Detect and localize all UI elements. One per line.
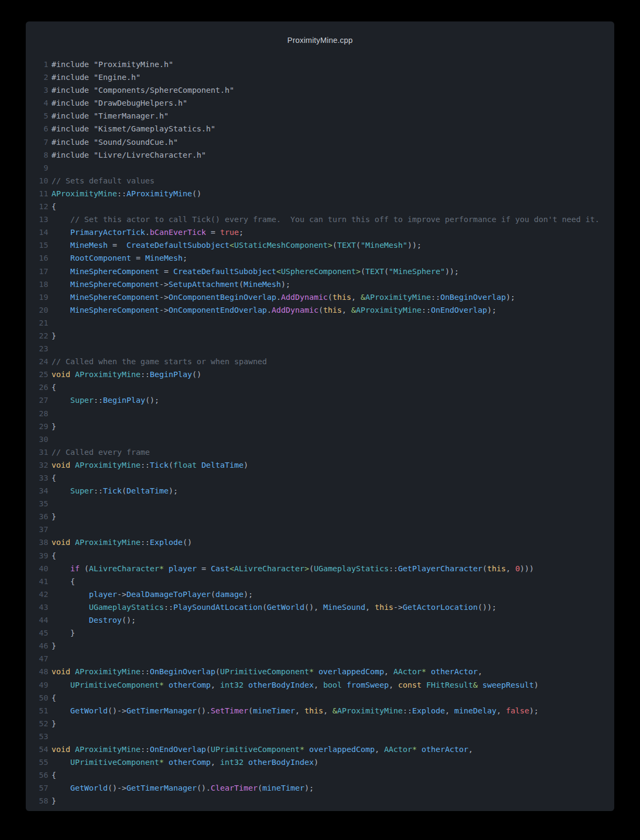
line-number: 6	[26, 122, 48, 135]
code-text: void AProximityMine::OnBeginOverlap(UPri…	[48, 665, 482, 678]
code-line: 9	[26, 161, 614, 174]
code-text: AProximityMine::AProximityMine()	[48, 187, 201, 200]
code-text: #include "Engine.h"	[48, 71, 141, 84]
code-line: 14 PrimaryActorTick.bCanEverTick = true;	[26, 226, 614, 239]
line-number: 52	[26, 717, 48, 730]
code-line: 38void AProximityMine::Explode()	[26, 536, 614, 549]
code-text	[48, 652, 56, 665]
code-line: 20 MineSphereComponent->OnComponentEndOv…	[26, 304, 614, 316]
code-line: 50{	[26, 691, 614, 704]
code-text: Destroy();	[48, 614, 136, 627]
line-number: 29	[26, 420, 48, 433]
code-text: MineSphereComponent->OnComponentEndOverl…	[48, 304, 496, 316]
code-text: // Sets default values	[48, 174, 155, 187]
code-line: 43 UGameplayStatics::PlaySoundAtLocation…	[26, 601, 614, 614]
code-line: 27 Super::BeginPlay();	[26, 394, 614, 407]
code-text: #include "TimerManager.h"	[48, 109, 168, 122]
line-number: 23	[26, 342, 48, 355]
code-text: GetWorld()->GetTimerManager().SetTimer(m…	[48, 704, 539, 717]
line-number: 54	[26, 743, 48, 756]
line-number: 26	[26, 381, 48, 394]
code-line: 4#include "DrawDebugHelpers.h"	[26, 97, 614, 109]
code-text: {	[48, 549, 56, 562]
code-text	[48, 342, 56, 355]
line-number: 17	[26, 265, 48, 278]
line-number: 19	[26, 291, 48, 304]
line-number: 57	[26, 782, 48, 794]
code-line: 41 {	[26, 575, 614, 588]
line-number: 30	[26, 433, 48, 446]
code-line: 42 player->DealDamageToPlayer(damage);	[26, 588, 614, 601]
code-text: #include "Sound/SoundCue.h"	[48, 136, 178, 149]
line-number: 55	[26, 756, 48, 769]
code-text: }	[48, 627, 75, 639]
line-number: 48	[26, 665, 48, 678]
code-line: 10// Sets default values	[26, 174, 614, 187]
code-text: }	[48, 510, 56, 523]
code-text: // Called every frame	[48, 446, 150, 459]
file-title: ProximityMine.cpp	[26, 21, 614, 45]
line-number: 42	[26, 588, 48, 601]
line-number: 37	[26, 523, 48, 536]
code-line: 45 }	[26, 627, 614, 639]
code-line: 35	[26, 497, 614, 510]
line-number: 9	[26, 161, 48, 174]
code-line: 49 UPrimitiveComponent* otherComp, int32…	[26, 679, 614, 691]
line-number: 51	[26, 704, 48, 717]
code-line: 25void AProximityMine::BeginPlay()	[26, 368, 614, 381]
line-number: 24	[26, 355, 48, 368]
line-number: 36	[26, 510, 48, 523]
line-number: 2	[26, 71, 48, 84]
code-text: UGameplayStatics::PlaySoundAtLocation(Ge…	[48, 601, 496, 614]
line-number: 20	[26, 304, 48, 316]
line-number: 22	[26, 329, 48, 342]
code-text: MineMesh = CreateDefaultSubobject<UStati…	[48, 239, 422, 252]
code-text: UPrimitiveComponent* otherComp, int32 ot…	[48, 679, 539, 691]
code-line: 24// Called when the game starts or when…	[26, 355, 614, 368]
code-line: 13 // Set this actor to call Tick() ever…	[26, 213, 614, 226]
code-line: 58}	[26, 794, 614, 807]
code-line: 40 if (ALivreCharacter* player = Cast<AL…	[26, 562, 614, 575]
code-text	[48, 523, 56, 536]
code-line: 47	[26, 652, 614, 665]
line-number: 39	[26, 549, 48, 562]
code-line: 34 Super::Tick(DeltaTime);	[26, 484, 614, 497]
code-text: void AProximityMine::BeginPlay()	[48, 368, 201, 381]
code-text: }	[48, 329, 56, 342]
code-line: 28	[26, 407, 614, 420]
code-text: // Set this actor to call Tick() every f…	[48, 213, 599, 226]
code-line: 32void AProximityMine::Tick(float DeltaT…	[26, 459, 614, 471]
code-text	[48, 433, 56, 446]
line-number: 46	[26, 639, 48, 652]
code-text: GetWorld()->GetTimerManager().ClearTimer…	[48, 782, 314, 794]
line-number: 34	[26, 484, 48, 497]
code-text: }	[48, 794, 56, 807]
code-line: 52}	[26, 717, 614, 730]
code-text: {	[48, 691, 56, 704]
code-text: RootComponent = MineMesh;	[48, 252, 187, 264]
code-line: 5#include "TimerManager.h"	[26, 109, 614, 122]
line-number: 45	[26, 627, 48, 639]
code-text	[48, 407, 56, 420]
line-number: 21	[26, 316, 48, 329]
code-line: 29}	[26, 420, 614, 433]
code-text: Super::BeginPlay();	[48, 394, 159, 407]
code-text: {	[48, 471, 56, 484]
line-number: 5	[26, 109, 48, 122]
code-text: #include "Components/SphereComponent.h"	[48, 84, 234, 97]
line-number: 7	[26, 136, 48, 149]
code-text: Super::Tick(DeltaTime);	[48, 484, 178, 497]
code-text: {	[48, 769, 56, 782]
code-text: void AProximityMine::Tick(float DeltaTim…	[48, 459, 248, 471]
code-line: 11AProximityMine::AProximityMine()	[26, 187, 614, 200]
line-number: 50	[26, 691, 48, 704]
code-line: 21	[26, 316, 614, 329]
code-line: 46}	[26, 639, 614, 652]
code-line: 44 Destroy();	[26, 614, 614, 627]
code-text: UPrimitiveComponent* otherComp, int32 ot…	[48, 756, 319, 769]
line-number: 16	[26, 252, 48, 264]
line-number: 13	[26, 213, 48, 226]
code-text: #include "DrawDebugHelpers.h"	[48, 97, 187, 109]
code-text	[48, 730, 56, 743]
line-number: 43	[26, 601, 48, 614]
